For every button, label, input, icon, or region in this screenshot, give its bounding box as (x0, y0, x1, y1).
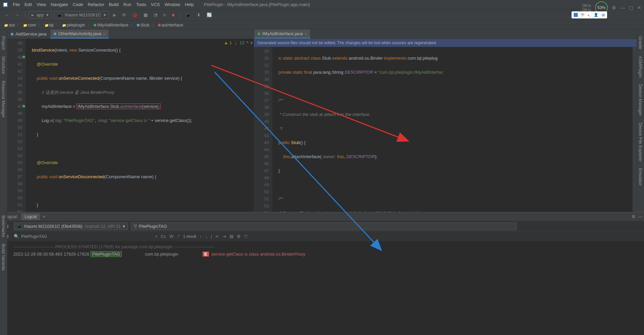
coverage-button[interactable]: ▦ (142, 11, 150, 18)
hide-icon[interactable]: — (638, 214, 643, 219)
app-logo (3, 2, 8, 7)
menu-file[interactable]: File (11, 1, 22, 8)
inspection-widget[interactable]: ▲ 1⭭ 13^v (224, 40, 253, 45)
tab-othermainactivity[interactable]: OtherMainActivity.java× (50, 29, 109, 39)
editor-area: Project Structure Resource Manager AidlS… (0, 29, 644, 212)
menu-view[interactable]: View (35, 1, 48, 8)
left-editor-pane: AidlService.java OtherMainActivity.java×… (7, 29, 254, 212)
next-result-button[interactable]: ↓ (205, 234, 208, 239)
sdk-button[interactable]: ⬇ (195, 11, 203, 18)
svg-rect-1 (4, 3, 7, 6)
maximize-icon[interactable]: ▢ (629, 5, 633, 10)
logcat-output[interactable]: ---------------------------- PROCESS STA… (0, 241, 644, 335)
logcat-search-bar: 🗑 🔍 PilePluginTAG✕ Cc W .* 1 result ↑ ↓ … (0, 231, 644, 241)
prev-result-button[interactable]: ↑ (200, 234, 202, 239)
tab-aidlservice[interactable]: AidlService.java (7, 29, 50, 39)
logcat-filter-input[interactable]: ▽ PilePluginTAG (131, 222, 517, 230)
right-tool-sidebar: Gradle ASMPlugin Device Manager Device F… (637, 29, 644, 212)
apply-changes-button[interactable]: ⟳ (120, 11, 128, 18)
regex-toggle[interactable]: .* (177, 234, 180, 239)
breadcrumb-item[interactable]: out (4, 22, 15, 27)
menu-refactor[interactable]: Refactor (86, 1, 106, 8)
breadcrumb: out〉 com〉 lql〉 pileplugin〉 IMyAidlInterf… (0, 21, 644, 29)
net-speed: 0K/s0K/s (582, 3, 591, 12)
nav-forward-button[interactable]: → (13, 11, 21, 18)
nav-back-button[interactable]: ← (3, 11, 11, 18)
stop-button[interactable]: ■ (170, 11, 177, 18)
sidebar-build-variants[interactable]: Build Variants (0, 241, 7, 274)
left-code[interactable]: bindService(intent, new ServiceConnectio… (26, 39, 254, 212)
menu-navigate[interactable]: Navigate (49, 1, 70, 8)
debug-button[interactable]: 🐞 (130, 11, 140, 18)
sync-button[interactable]: 🔄 (205, 11, 214, 18)
menu-items: File Edit View Navigate Code Refactor Bu… (11, 1, 196, 8)
words-toggle[interactable]: W (169, 234, 173, 239)
left-editor[interactable]: ▲ 1⭭ 13^v 383940414243444546474849505152… (7, 39, 254, 212)
breadcrumb-item[interactable]: pileplugin (62, 22, 85, 27)
search-result-count: 1 result (183, 234, 196, 239)
filter-button[interactable]: ▽ (244, 234, 248, 239)
gear-icon[interactable]: ⚙ (632, 214, 636, 219)
right-code[interactable]: ic static abstract class Stub extends an… (272, 47, 633, 212)
editor-tabs-left: AidlService.java OtherMainActivity.java× (7, 29, 254, 39)
logcat-device-dropdown[interactable]: 📱 Xiaomi M2102K1C (f3b43556) Android 12,… (14, 222, 128, 230)
menu-bar: File Edit View Navigate Code Refactor Bu… (0, 0, 644, 9)
profile-button[interactable]: ◔ (152, 11, 159, 18)
close-icon[interactable]: × (103, 32, 105, 36)
sidebar-emulator[interactable]: Emulator (637, 165, 644, 189)
breadcrumb-item[interactable]: asInterface (158, 22, 183, 27)
logcat-tabs: Logcat: Logcat + ⚙— (0, 212, 644, 221)
sidebar-asmplugin[interactable]: ASMPlugin (637, 53, 644, 81)
run-button[interactable]: ▶ (111, 11, 118, 18)
window-title: PilePlugin - IMyAidlInterface.java [Pile… (204, 2, 310, 7)
sidebar-project[interactable]: Project (0, 33, 7, 53)
menu-edit[interactable]: Edit (22, 1, 34, 8)
ime-badges[interactable]: 🅱中•,👤⊞ (572, 11, 607, 18)
case-toggle[interactable]: Cc (161, 234, 166, 239)
split-button[interactable]: ▤ (229, 234, 233, 239)
sidebar-device-manager[interactable]: Device Manager (637, 81, 644, 119)
close-icon[interactable]: ✕ (637, 5, 641, 10)
logcat-panel: Logcat: Logcat + ⚙— 🗑 📱 Xiaomi M2102K1C … (0, 212, 644, 335)
settings-button[interactable]: ⚙ (237, 234, 241, 239)
logcat-search-input[interactable]: 🔍 PilePluginTAG✕ (14, 234, 158, 239)
menu-code[interactable]: Code (71, 1, 85, 8)
sidebar-bookmarks[interactable]: Bookmarks (0, 212, 7, 241)
menu-window[interactable]: Window (163, 1, 182, 8)
add-tab-button[interactable]: + (40, 214, 48, 219)
sidebar-resource-manager[interactable]: Resource Manager (0, 77, 7, 121)
scrollbar[interactable] (633, 47, 637, 212)
menu-run[interactable]: Run (121, 1, 133, 8)
left-gutter: 3839404142434445464748495051525354555657… (7, 39, 26, 212)
soft-wrap-button[interactable]: ↵ (215, 234, 219, 239)
editor-tabs-right: IMyAidlInterface.java× (254, 29, 637, 39)
right-gutter: 3031323334353637383940414243444546474849… (254, 47, 272, 212)
menu-help[interactable]: Help (183, 1, 196, 8)
attach-button[interactable]: ⎋ (161, 11, 168, 18)
minimize-icon[interactable]: — (620, 5, 625, 10)
logcat-tab[interactable]: Logcat (21, 213, 40, 220)
right-editor[interactable]: 3031323334353637383940414243444546474849… (254, 47, 637, 212)
close-icon[interactable]: × (305, 32, 307, 36)
scroll-end-button[interactable]: ⇥ (222, 234, 226, 239)
right-editor-pane: IMyAidlInterface.java× Generated source … (254, 29, 637, 212)
menu-vcs[interactable]: VCS (149, 1, 162, 8)
gear-icon[interactable]: ⚙ (612, 5, 616, 10)
logcat-filter-bar: 🗑 📱 Xiaomi M2102K1C (f3b43556) Android 1… (0, 221, 644, 231)
run-config-dropdown[interactable]: ▸ app ▾ (29, 11, 52, 19)
left-tool-sidebar: Project Structure Resource Manager (0, 29, 7, 212)
avd-button[interactable]: 📱 (183, 11, 193, 18)
sidebar-gradle[interactable]: Gradle (637, 33, 644, 53)
device-dropdown[interactable]: 📱 Xiaomi M2102K1C ▾ (54, 11, 109, 19)
main-toolbar: ← → ▸ app ▾ 📱 Xiaomi M2102K1C ▾ ▶ ⟳ 🐞 ▦ … (0, 9, 644, 21)
sidebar-device-file-explorer[interactable]: Device File Explorer (637, 119, 644, 165)
sidebar-structure[interactable]: Structure (0, 53, 7, 77)
breadcrumb-item[interactable]: IMyAidlInterface (94, 22, 128, 27)
menu-tools[interactable]: Tools (134, 1, 148, 8)
tab-imyaidlinterface[interactable]: IMyAidlInterface.java× (254, 29, 311, 39)
generated-warning-banner: Generated source files should not be edi… (254, 39, 637, 47)
menu-build[interactable]: Build (107, 1, 121, 8)
breadcrumb-item[interactable]: com (23, 22, 36, 27)
breadcrumb-item[interactable]: lql (45, 22, 54, 27)
breadcrumb-item[interactable]: Stub (137, 22, 150, 27)
